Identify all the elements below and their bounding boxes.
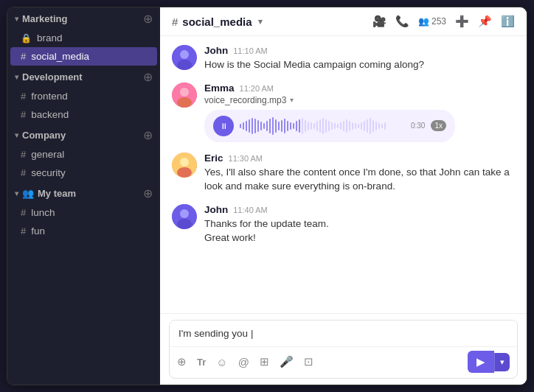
svg-point-10 (180, 209, 189, 218)
sidebar-item-security[interactable]: # security (10, 164, 157, 182)
hash-lunch-icon: # (21, 207, 26, 218)
message-content: John 11:40 AM Thanks for the update team… (204, 204, 515, 245)
send-dropdown-icon: ▾ (500, 357, 504, 367)
video-call-icon[interactable]: 🎥 (372, 15, 386, 28)
header-icons: 🎥 📞 👥 253 ➕ 📌 ℹ️ (372, 15, 515, 28)
message-time: 11:30 AM (229, 154, 263, 163)
sidebar: ▾ Marketing ⊕ 🔒 brand # social_media ▾ D… (7, 7, 160, 385)
channel-name: social_media (182, 15, 252, 28)
sidebar-item-social-media[interactable]: # social_media (10, 47, 157, 66)
svg-point-5 (177, 97, 192, 108)
sidebar-item-brand[interactable]: 🔒 brand (10, 29, 157, 47)
message-time: 11:10 AM (233, 46, 267, 55)
sidebar-group-development[interactable]: ▾ Development ⊕ (7, 66, 160, 87)
voice-file-arrow-icon: ▾ (290, 96, 294, 104)
sidebar-item-general[interactable]: # general (10, 145, 157, 164)
voice-file-label[interactable]: voice_recording.mp3 ▾ (204, 95, 515, 105)
message-text: Yes, I'll also share the content once I'… (204, 165, 515, 194)
voice-duration: 0:30 (411, 122, 425, 130)
chevron-marketing-icon: ▾ (15, 15, 18, 23)
sidebar-item-frontend[interactable]: # frontend (10, 87, 157, 105)
sidebar-item-backend[interactable]: # backend (10, 105, 157, 124)
svg-point-7 (180, 158, 189, 167)
message-header: John 11:40 AM (204, 204, 515, 215)
add-marketing-button[interactable]: ⊕ (143, 12, 153, 26)
add-development-button[interactable]: ⊕ (143, 70, 153, 84)
members-icon: 👥 (418, 16, 429, 27)
member-count-number: 253 (431, 16, 446, 27)
add-company-button[interactable]: ⊕ (143, 128, 153, 142)
expand-icon[interactable]: ⊡ (304, 355, 313, 368)
speed-badge[interactable]: 1x (431, 120, 446, 131)
message-header: Emma 11:20 AM (204, 83, 515, 94)
sidebar-group-marketing-label: Marketing (22, 13, 67, 24)
sidebar-group-marketing[interactable]: ▾ Marketing ⊕ (7, 7, 160, 29)
sidebar-item-frontend-label: frontend (31, 91, 68, 102)
toolbar-icons: ⊕ Tr ☺ @ ⊞ 🎤 ⊡ (177, 355, 313, 368)
member-count[interactable]: 👥 253 (418, 16, 446, 27)
message-header: John 11:10 AM (204, 45, 515, 56)
sidebar-item-fun[interactable]: # fun (10, 222, 157, 240)
message-sender: John (204, 45, 228, 56)
add-my-team-button[interactable]: ⊕ (143, 186, 153, 200)
chat-header: # social_media ▾ 🎥 📞 👥 253 ➕ 📌 ℹ️ (160, 7, 527, 36)
sidebar-group-company-label: Company (22, 130, 66, 141)
chevron-my-team-icon: ▾ (15, 189, 18, 197)
svg-point-8 (177, 167, 192, 178)
add-toolbar-icon[interactable]: ⊕ (177, 355, 187, 368)
message-input[interactable] (170, 321, 517, 346)
message-content: John 11:10 AM How is the Social Media ca… (204, 45, 515, 72)
sidebar-item-lunch[interactable]: # lunch (10, 203, 157, 222)
hash-frontend-icon: # (21, 91, 26, 102)
table-row: Eric 11:30 AM Yes, I'll also share the c… (172, 153, 515, 194)
channel-dropdown-icon[interactable]: ▾ (258, 17, 263, 27)
my-team-emoji: 👥 (22, 188, 34, 199)
mic-icon[interactable]: 🎤 (280, 355, 294, 368)
sidebar-group-company[interactable]: ▾ Company ⊕ (7, 124, 160, 145)
main-chat: # social_media ▾ 🎥 📞 👥 253 ➕ 📌 ℹ️ (160, 7, 527, 385)
text-format-icon[interactable]: Tr (197, 357, 206, 368)
hash-backend-icon: # (21, 109, 26, 120)
waveform (240, 117, 405, 135)
svg-point-4 (180, 88, 189, 97)
message-sender: John (204, 204, 228, 215)
hash-general-icon: # (21, 149, 26, 160)
message-content: Emma 11:20 AM voice_recording.mp3 ▾ ⏸ 0:… (204, 83, 515, 142)
phone-call-icon[interactable]: 📞 (395, 15, 409, 28)
sidebar-item-general-label: general (31, 149, 64, 160)
voice-player[interactable]: ⏸ 0:30 1x (204, 110, 455, 142)
pin-icon[interactable]: 📌 (478, 15, 492, 28)
sidebar-group-development-label: Development (22, 71, 83, 83)
table-row: Emma 11:20 AM voice_recording.mp3 ▾ ⏸ 0:… (172, 83, 515, 142)
sidebar-item-fun-label: fun (31, 225, 45, 237)
toolbar-row: ⊕ Tr ☺ @ ⊞ 🎤 ⊡ ▶ ▾ (170, 346, 517, 378)
message-content: Eric 11:30 AM Yes, I'll also share the c… (204, 153, 515, 194)
message-time: 11:40 AM (233, 206, 267, 214)
channel-title[interactable]: # social_media ▾ (172, 15, 263, 28)
voice-filename: voice_recording.mp3 (204, 95, 286, 105)
emoji-icon[interactable]: ☺ (216, 356, 227, 368)
send-button[interactable]: ▶ (468, 351, 494, 373)
messages-area: John 11:10 AM How is the Social Media ca… (160, 36, 527, 313)
mention-icon[interactable]: @ (238, 356, 249, 368)
sidebar-item-backend-label: backend (31, 109, 69, 120)
info-icon[interactable]: ℹ️ (501, 15, 515, 28)
sidebar-group-my-team[interactable]: ▾ 👥 My team ⊕ (7, 182, 160, 203)
sidebar-group-my-team-label: My team (38, 188, 76, 199)
avatar (172, 153, 197, 178)
attachment-icon[interactable]: ⊞ (260, 355, 269, 368)
message-header: Eric 11:30 AM (204, 153, 515, 164)
avatar (172, 204, 197, 229)
channel-hash: # (172, 15, 178, 28)
send-dropdown-button[interactable]: ▾ (494, 353, 510, 371)
send-icon: ▶ (476, 355, 485, 368)
sidebar-item-security-label: security (31, 167, 66, 178)
add-member-icon[interactable]: ➕ (455, 15, 469, 28)
play-button[interactable]: ⏸ (213, 116, 234, 136)
sidebar-item-lunch-label: lunch (31, 207, 55, 218)
sidebar-item-social-media-label: social_media (31, 51, 89, 62)
table-row: John 11:40 AM Thanks for the update team… (172, 204, 515, 245)
app-container: ▾ Marketing ⊕ 🔒 brand # social_media ▾ D… (7, 7, 527, 385)
send-area: ▶ ▾ (468, 351, 510, 373)
table-row: John 11:10 AM How is the Social Media ca… (172, 45, 515, 72)
